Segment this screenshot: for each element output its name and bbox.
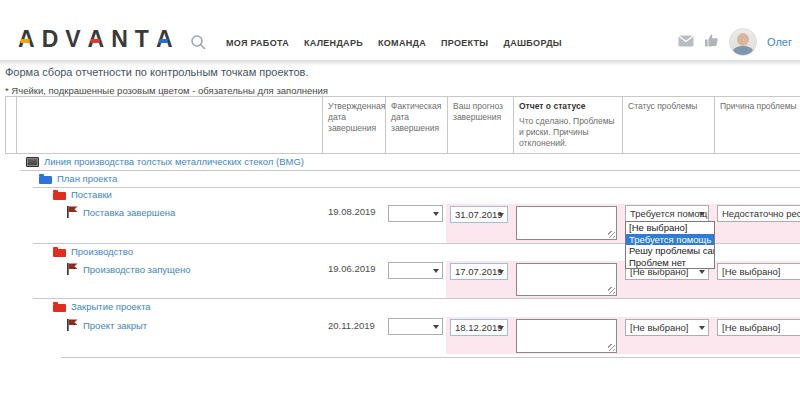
forecast-date-select[interactable]: 31.07.2019 — [450, 206, 508, 223]
row-divider — [33, 187, 800, 188]
resize-grip[interactable] — [608, 344, 615, 351]
report-textarea[interactable] — [516, 263, 617, 296]
chevron-down-icon — [433, 325, 439, 329]
nav-calendar[interactable]: КАЛЕНДАРЬ — [304, 38, 363, 48]
chevron-down-icon — [433, 212, 439, 216]
problem-status-select[interactable]: Требуется помощь — [625, 205, 709, 222]
project-link[interactable]: Линия производства толстых металлических… — [44, 156, 304, 167]
actual-date-select[interactable] — [388, 205, 443, 222]
flag-icon — [67, 319, 78, 331]
chevron-down-icon — [498, 270, 504, 274]
red-folder-icon — [53, 249, 66, 257]
tree-row-milestone-2: Производство запущено — [67, 263, 191, 275]
milestone-link[interactable]: Поставка завершена — [83, 207, 175, 218]
problem-status-dropdown: [Не выбрано] Требуется помощь Решу пробл… — [625, 221, 715, 269]
nav-dashboards[interactable]: ДАШБОРДЫ — [503, 38, 561, 48]
chevron-down-icon — [699, 212, 705, 216]
status-report-title: Отчет о статусе — [519, 101, 620, 112]
problem-reason-select[interactable]: [Не выбрано] — [717, 263, 800, 280]
thumbs-up-icon[interactable] — [704, 33, 719, 51]
chevron-down-icon — [433, 269, 439, 273]
forecast-date-select[interactable]: 18.12.2019 — [450, 319, 508, 336]
approved-date-value: 19.08.2019 — [328, 206, 376, 217]
table-header: Утвержденная дата завершения Фактическая… — [5, 96, 800, 154]
row-divider — [20, 170, 800, 171]
mail-icon[interactable] — [678, 33, 694, 51]
column-header-approved-date: Утвержденная дата завершения — [322, 97, 385, 153]
column-header-status-report: Отчет о статусе Что сделано. Проблемы и … — [513, 97, 622, 153]
tree-row-project: Линия производства толстых металлических… — [26, 156, 304, 167]
flag-icon — [67, 263, 78, 275]
tree-row-group-proizvodstvo: Производство — [53, 246, 133, 257]
problem-reason-select[interactable]: Недостаточно ресурсов — [717, 205, 800, 222]
row-divider — [33, 298, 800, 299]
avatar[interactable] — [729, 28, 757, 56]
dropdown-option[interactable]: Решу проблемы сам — [626, 245, 714, 257]
approved-date-value: 20.11.2019 — [328, 320, 375, 331]
tree-row-plan: План проекта — [39, 173, 117, 184]
plan-link[interactable]: План проекта — [57, 173, 117, 184]
flag-icon — [67, 206, 78, 218]
actual-date-select[interactable] — [388, 262, 443, 279]
tree-row-milestone-1: Поставка завершена — [67, 206, 175, 218]
top-bar: ADVANTA МОЯ РАБОТА КАЛЕНДАРЬ КОМАНДА ПРО… — [0, 0, 800, 60]
logo-accent-blue — [159, 39, 168, 43]
dropdown-option[interactable]: [Не выбрано] — [626, 222, 714, 234]
forecast-date-select[interactable]: 17.07.2019 — [450, 263, 508, 280]
group-link[interactable]: Производство — [71, 246, 133, 257]
column-header-problem-status: Статус проблемы — [622, 97, 714, 153]
group-link[interactable]: Закрытие проекта — [71, 301, 151, 312]
chevron-down-icon — [498, 326, 504, 330]
chevron-down-icon — [699, 270, 705, 274]
actual-date-select[interactable] — [388, 318, 443, 335]
required-cells-note: * Ячейки, подкрашенные розовым цветом - … — [5, 85, 328, 96]
column-header-empty-narrow — [6, 97, 16, 153]
dropdown-option-highlighted[interactable]: Требуется помощь — [626, 234, 714, 246]
table-bottom-divider — [61, 357, 800, 358]
chevron-down-icon — [699, 326, 705, 330]
logo-accent-yellow — [21, 39, 30, 43]
logo-accent-red — [91, 39, 100, 43]
report-textarea[interactable] — [516, 319, 617, 353]
chevron-down-icon — [498, 213, 504, 217]
milestone-link[interactable]: Производство запущено — [83, 264, 191, 275]
main-nav: МОЯ РАБОТА КАЛЕНДАРЬ КОМАНДА ПРОЕКТЫ ДАШ… — [226, 38, 562, 48]
column-header-name — [16, 97, 322, 153]
top-bar-right: Олег — [678, 28, 792, 56]
project-icon — [26, 157, 39, 167]
problem-status-select[interactable]: [Не выбрано] — [625, 319, 709, 336]
column-header-forecast-date: Ваш прогноз завершения — [447, 97, 513, 153]
red-folder-icon — [53, 304, 66, 312]
search-icon[interactable] — [190, 34, 208, 52]
nav-team[interactable]: КОМАНДА — [378, 38, 426, 48]
resize-grip[interactable] — [608, 231, 615, 238]
milestone-link[interactable]: Проект закрыт — [83, 320, 147, 331]
advanta-logo[interactable]: ADVANTA — [18, 26, 180, 52]
resize-grip[interactable] — [608, 287, 615, 294]
problem-reason-select[interactable]: [Не выбрано] — [717, 319, 800, 336]
column-header-actual-date: Фактическая дата завершения — [385, 97, 447, 153]
tree-row-group-postavki: Поставки — [53, 189, 112, 200]
dropdown-option[interactable]: Проблем нет — [626, 257, 714, 269]
status-report-hint: Что сделано. Проблемы и риски. Причины о… — [519, 116, 620, 149]
approved-date-value: 19.06.2019 — [328, 263, 376, 274]
report-textarea[interactable] — [516, 206, 617, 240]
column-header-problem-reason: Причина проблемы — [714, 97, 800, 153]
page-title: Форма сбора отчетности по контрольным то… — [5, 66, 308, 78]
nav-projects[interactable]: ПРОЕКТЫ — [441, 38, 488, 48]
user-name[interactable]: Олег — [767, 36, 792, 48]
blue-folder-icon — [39, 176, 52, 184]
red-folder-icon — [53, 192, 66, 200]
tree-row-group-zakrytie: Закрытие проекта — [53, 301, 151, 312]
advanta-app: ADVANTA МОЯ РАБОТА КАЛЕНДАРЬ КОМАНДА ПРО… — [0, 0, 800, 400]
nav-my-work[interactable]: МОЯ РАБОТА — [226, 38, 289, 48]
header-shadow — [0, 60, 800, 66]
group-link[interactable]: Поставки — [71, 189, 112, 200]
tree-row-milestone-3: Проект закрыт — [67, 319, 147, 331]
